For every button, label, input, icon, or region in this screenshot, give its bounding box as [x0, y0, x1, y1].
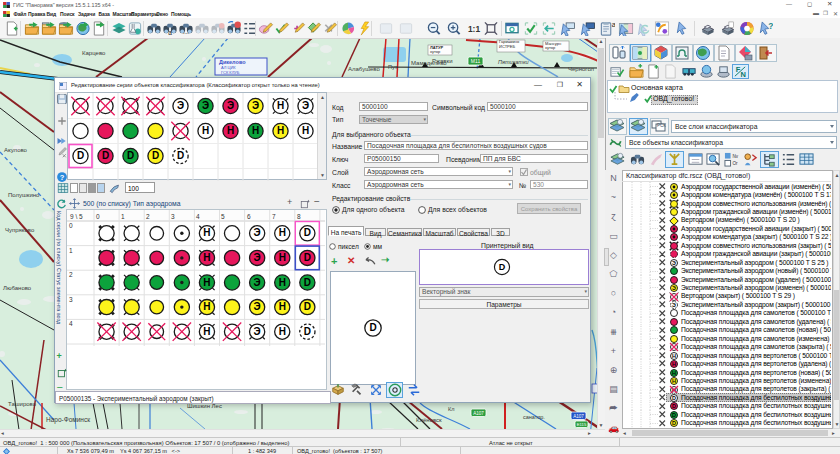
svg-text:D: D — [672, 412, 676, 418]
svg-text:D: D — [499, 262, 506, 272]
svg-text:М11: М11 — [471, 58, 481, 64]
svg-text:D: D — [152, 150, 159, 161]
svg-text:Таширово: Таширово — [8, 401, 37, 407]
svg-text:Э: Э — [254, 301, 261, 312]
svg-text:Э: Э — [672, 302, 676, 308]
svg-text:4: 4 — [196, 213, 200, 220]
svg-text:Н: Н — [672, 370, 676, 376]
svg-text:Н: Н — [203, 326, 210, 337]
svg-text:Карцево: Карцево — [82, 50, 106, 56]
svg-text:D: D — [304, 277, 311, 288]
svg-text:Н: Н — [279, 252, 286, 263]
svg-text:Н: Н — [279, 227, 286, 238]
svg-text:Э: Э — [252, 100, 259, 111]
svg-text:Н: Н — [203, 227, 210, 238]
svg-text:D: D — [304, 301, 311, 312]
svg-text:Кл: Кл — [448, 406, 454, 412]
svg-text:D: D — [672, 395, 676, 401]
svg-text:ГСК КЛУБ: ГСК КЛУБ — [221, 70, 240, 75]
svg-text:ИСТРЕБ: ИСТРЕБ — [499, 44, 515, 49]
svg-text:Наро-Фоминск: Наро-Фоминск — [46, 416, 90, 424]
svg-text:D: D — [369, 322, 376, 333]
svg-text:D: D — [304, 326, 311, 337]
svg-text:санатор.: санатор. — [523, 414, 545, 420]
svg-text:D: D — [304, 227, 311, 238]
svg-text:Полушкино: Полушкино — [8, 192, 40, 198]
svg-text:?: ? — [60, 173, 65, 182]
svg-text:Алабушево: Алабушево — [348, 66, 380, 72]
svg-text:Э: Э — [254, 252, 261, 263]
svg-text:1:1: 1:1 — [468, 24, 480, 34]
svg-text:D: D — [672, 420, 676, 426]
svg-text:D: D — [102, 150, 109, 161]
svg-text:хутор: хутор — [545, 45, 556, 50]
svg-text:6: 6 — [247, 213, 251, 220]
svg-text:Н: Н — [203, 252, 210, 263]
svg-text:Э: Э — [672, 260, 676, 266]
svg-text:D: D — [127, 150, 134, 161]
svg-text:7: 7 — [272, 213, 276, 220]
svg-text:Чупряково: Чупряково — [5, 227, 35, 233]
svg-text:Ржавки: Ржавки — [432, 58, 453, 64]
svg-text:Э: Э — [177, 100, 184, 111]
svg-text:А107: А107 — [473, 411, 484, 416]
svg-text:Н: Н — [302, 125, 309, 136]
svg-text:Н: Н — [277, 125, 284, 136]
svg-text:Пут: Пут — [388, 64, 398, 70]
svg-text:Н: Н — [277, 100, 284, 111]
svg-text:Н: Н — [202, 125, 209, 136]
svg-text:Н: Н — [203, 277, 210, 288]
svg-text:D: D — [77, 150, 84, 161]
svg-text:a: a — [168, 29, 172, 36]
svg-text:0: 0 — [69, 222, 73, 229]
svg-text:...: ... — [183, 27, 189, 36]
svg-text:хутор: хутор — [430, 49, 441, 54]
svg-text:Н: Н — [279, 277, 286, 288]
svg-text:8: 8 — [297, 213, 301, 220]
svg-text:D: D — [304, 252, 311, 263]
svg-text:РСК: РСК — [657, 123, 666, 128]
svg-text:?: ? — [768, 21, 773, 31]
svg-text:Э: Э — [227, 100, 234, 111]
svg-text:N: N — [741, 70, 746, 79]
svg-text:2: 2 — [146, 213, 150, 220]
svg-text:Н: Н — [252, 125, 259, 136]
svg-text:Э: Э — [254, 227, 261, 238]
svg-text:Н: Н — [672, 353, 676, 359]
svg-text:Акулово: Акулово — [4, 147, 28, 153]
svg-text:3: 3 — [171, 213, 175, 220]
svg-text:Пятихатки: Пятихатки — [498, 59, 529, 65]
svg-text:Э: Э — [672, 285, 676, 291]
svg-text:Э: Э — [254, 326, 261, 337]
svg-text:Э: Э — [254, 277, 261, 288]
svg-text:Э: Э — [202, 100, 209, 111]
svg-text:D: D — [672, 403, 676, 409]
svg-text:2: 2 — [69, 271, 73, 278]
svg-text:9 \ 5: 9 \ 5 — [70, 213, 83, 220]
svg-text:a: a — [612, 21, 615, 29]
svg-text:5: 5 — [221, 213, 225, 220]
svg-text:А107: А107 — [573, 414, 584, 419]
svg-text:1: 1 — [121, 213, 125, 220]
svg-text:Н: Н — [227, 125, 234, 136]
svg-text:0: 0 — [96, 213, 100, 220]
svg-text:3: 3 — [69, 296, 73, 303]
svg-text:4: 4 — [69, 320, 73, 327]
svg-text:Н: Н — [203, 301, 210, 312]
svg-text:Н: Н — [279, 301, 286, 312]
svg-text:1: 1 — [69, 247, 73, 254]
svg-text:Н: Н — [279, 326, 286, 337]
svg-text:Черногол: Черногол — [568, 66, 595, 72]
svg-text:Любаново: Любаново — [3, 285, 32, 291]
svg-text:Э: Э — [302, 100, 309, 111]
svg-text:Н: Н — [672, 378, 676, 384]
svg-text:Н: Н — [672, 361, 676, 367]
svg-text:D: D — [177, 150, 184, 161]
svg-text:Е115: Е115 — [577, 422, 587, 427]
svg-text:Nv: Nv — [732, 154, 738, 159]
svg-text:Клёновск: Клёновск — [416, 417, 442, 423]
svg-text:Or: Or — [732, 161, 738, 166]
